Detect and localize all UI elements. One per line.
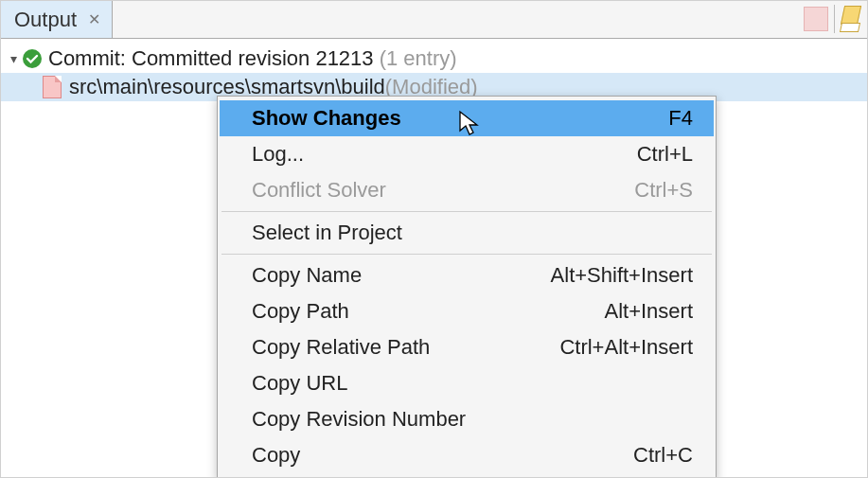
menu-item-label: Copy Path xyxy=(252,299,349,324)
commit-text: Committed revision 21213 xyxy=(132,46,374,70)
toolbar-divider xyxy=(834,5,835,33)
menu-item-shortcut: Alt+Insert xyxy=(604,299,693,324)
menu-item-shortcut: Alt+Shift+Insert xyxy=(551,263,693,288)
menu-item-label: Conflict Solver xyxy=(252,178,386,203)
menu-item-shortcut: Ctrl+S xyxy=(634,178,693,203)
toolbar-icons xyxy=(804,5,861,33)
menu-item-copy[interactable]: CopyCtrl+C xyxy=(220,437,714,473)
menu-separator xyxy=(221,211,712,212)
menu-item-copy-url[interactable]: Copy URL xyxy=(220,365,714,401)
menu-item-copy-name[interactable]: Copy NameAlt+Shift+Insert xyxy=(220,257,714,293)
context-menu: Show ChangesF4Log...Ctrl+LConflict Solve… xyxy=(217,96,717,478)
menu-item-label: Select in Project xyxy=(252,221,402,245)
file-icon xyxy=(43,76,62,98)
chevron-down-icon[interactable]: ▾ xyxy=(5,51,22,66)
close-icon[interactable]: ✕ xyxy=(86,10,102,28)
success-icon xyxy=(22,48,43,69)
tab-output[interactable]: Output ✕ xyxy=(1,1,113,38)
menu-item-label: Copy URL xyxy=(252,371,347,396)
menu-item-label: Copy Revision Number xyxy=(252,407,466,432)
tree-row-commit[interactable]: ▾ Commit: Committed revision 21213 (1 en… xyxy=(1,44,867,73)
menu-item-shortcut: Ctrl+C xyxy=(633,443,693,468)
menu-item-select-in-project[interactable]: Select in Project xyxy=(220,215,714,251)
menu-item-copy-relative-path[interactable]: Copy Relative PathCtrl+Alt+Insert xyxy=(220,329,714,365)
menu-item-label: Copy Name xyxy=(252,263,362,288)
eraser-icon[interactable] xyxy=(841,6,861,32)
menu-item-shortcut: F4 xyxy=(668,106,693,131)
menu-item-shortcut: Ctrl+L xyxy=(637,142,693,167)
menu-item-conflict-solver: Conflict SolverCtrl+S xyxy=(220,172,714,208)
menu-item-show-changes[interactable]: Show ChangesF4 xyxy=(220,100,714,136)
tab-bar: Output ✕ xyxy=(1,1,867,39)
menu-item-label: Log... xyxy=(252,142,304,167)
menu-item-label: Copy xyxy=(252,443,300,468)
menu-separator xyxy=(221,254,712,255)
stop-icon[interactable] xyxy=(804,7,828,31)
menu-item-copy-path[interactable]: Copy PathAlt+Insert xyxy=(220,293,714,329)
tab-label: Output xyxy=(14,8,77,32)
menu-item-log[interactable]: Log...Ctrl+L xyxy=(220,136,714,172)
svg-point-0 xyxy=(23,49,42,68)
commit-suffix: (1 entry) xyxy=(374,46,457,70)
menu-item-copy-revision-number[interactable]: Copy Revision Number xyxy=(220,401,714,437)
commit-prefix: Commit: xyxy=(48,46,132,70)
menu-item-shortcut: Ctrl+Alt+Insert xyxy=(559,335,693,360)
commit-label: Commit: Committed revision 21213 (1 entr… xyxy=(48,46,457,71)
menu-item-label: Show Changes xyxy=(252,106,401,131)
menu-item-label: Copy Relative Path xyxy=(252,335,430,360)
